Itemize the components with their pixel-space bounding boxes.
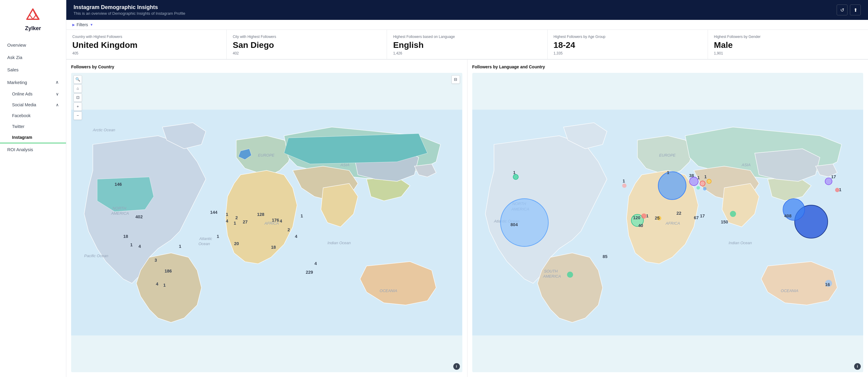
sidebar-item-ask-zia[interactable]: Ask Zia	[0, 51, 66, 64]
svg-point-60	[641, 213, 646, 218]
map-zoom-out-button[interactable]: −	[73, 111, 82, 120]
kpi-value-city: San Diego	[233, 41, 381, 50]
map-container-country[interactable]: 🔍 ⌂ ⊡ + − ⊟ i	[71, 73, 462, 372]
kpi-label-gender: Highest Followers by Gender	[714, 35, 862, 39]
page-title: Instagram Demographic Insights	[73, 4, 185, 10]
svg-text:146: 146	[115, 181, 122, 186]
svg-text:1: 1	[179, 244, 181, 249]
svg-text:1: 1	[622, 178, 625, 183]
map-info-button-2[interactable]: i	[854, 363, 861, 370]
svg-text:144: 144	[210, 210, 217, 215]
sidebar-nav: Overview Ask Zia Sales Marketing ∧ Onlin…	[0, 39, 66, 156]
map-info-button[interactable]: i	[453, 363, 460, 370]
sidebar-item-overview[interactable]: Overview	[0, 39, 66, 51]
svg-text:18: 18	[271, 244, 276, 249]
svg-point-57	[696, 186, 700, 190]
header-text: Instagram Demographic Insights This is a…	[73, 4, 185, 16]
svg-text:1: 1	[704, 174, 707, 179]
svg-text:1: 1	[301, 213, 303, 218]
svg-text:AMERICA: AMERICA	[111, 211, 129, 216]
svg-text:150: 150	[721, 219, 728, 224]
kpi-sub-country: 405	[72, 51, 220, 56]
svg-text:804: 804	[510, 222, 518, 227]
svg-text:4: 4	[156, 281, 158, 286]
sidebar-item-twitter[interactable]: Twitter	[0, 121, 66, 132]
map-search-button[interactable]: 🔍	[73, 75, 82, 84]
kpi-label-age: Highest Followers by Age Group	[554, 35, 702, 39]
chart-panel-country: Followers by Country 🔍 ⌂ ⊡ + − ⊟ i	[66, 60, 467, 377]
map-legend-button[interactable]: ⊟	[452, 75, 460, 84]
map-zoom-fit-button[interactable]: ⊡	[73, 93, 82, 102]
svg-text:22: 22	[676, 211, 681, 216]
svg-text:1: 1	[226, 212, 228, 217]
svg-text:128: 128	[257, 212, 264, 217]
kpi-value-language: English	[393, 41, 541, 50]
sidebar-item-instagram[interactable]: Instagram	[0, 132, 66, 143]
kpi-card-country: Country with Highest Followers United Ki…	[66, 30, 227, 59]
svg-text:SOUTH: SOUTH	[544, 269, 558, 273]
svg-text:2: 2	[236, 215, 238, 220]
filter-arrow-left: ▶	[72, 23, 75, 27]
export-button[interactable]: ⬆	[850, 4, 861, 15]
svg-text:Arctic Ocean: Arctic Ocean	[93, 128, 115, 132]
svg-point-62	[730, 211, 736, 217]
svg-text:1: 1	[667, 170, 669, 175]
svg-text:4: 4	[295, 234, 297, 238]
map-home-button[interactable]: ⌂	[73, 84, 82, 93]
svg-text:4: 4	[138, 244, 141, 249]
kpi-value-age: 18-24	[554, 41, 702, 50]
map-zoom-in-button[interactable]: +	[73, 102, 82, 111]
svg-point-58	[703, 187, 707, 191]
svg-point-52	[513, 174, 518, 179]
svg-point-51	[500, 199, 548, 247]
language-map-svg: NORTH AMERICA Atlantic Ocean AFRICA ASIA…	[472, 73, 864, 372]
page-header: Instagram Demographic Insights This is a…	[66, 0, 868, 20]
svg-text:1: 1	[234, 221, 236, 226]
sidebar-item-facebook[interactable]: Facebook	[0, 110, 66, 121]
kpi-sub-city: 402	[233, 51, 381, 56]
svg-text:38: 38	[689, 173, 694, 178]
svg-text:Indian Ocean: Indian Ocean	[328, 241, 351, 245]
svg-point-53	[658, 172, 686, 199]
svg-text:408: 408	[784, 213, 792, 218]
brand-name: Zylker	[25, 25, 41, 32]
kpi-card-gender: Highest Followers by Gender Male 1,901	[708, 30, 868, 59]
filter-toggle[interactable]: ▶ Filters ▼	[72, 22, 93, 27]
svg-text:4: 4	[314, 261, 317, 266]
sidebar-item-social-media[interactable]: Social Media ∧	[0, 99, 66, 110]
logo-icon	[25, 7, 41, 23]
kpi-label-language: Highest Followers based on Language	[393, 35, 541, 39]
filter-label: Filters	[76, 22, 88, 27]
svg-text:25: 25	[655, 216, 659, 220]
sidebar-item-online-ads[interactable]: Online Ads ∨	[0, 89, 66, 99]
svg-text:17: 17	[831, 174, 836, 179]
svg-text:EUROPE: EUROPE	[659, 153, 675, 158]
page-subtitle: This is an overview of Demographic Insig…	[73, 11, 185, 16]
svg-point-54	[689, 177, 698, 186]
svg-text:EUROPE: EUROPE	[258, 153, 275, 158]
svg-text:Pacific Ocean: Pacific Ocean	[84, 253, 108, 258]
svg-text:40: 40	[638, 223, 643, 228]
svg-text:1: 1	[217, 234, 219, 238]
kpi-sub-age: 1,335	[554, 51, 702, 56]
svg-text:OCEANIA: OCEANIA	[781, 288, 798, 293]
svg-text:Indian Ocean: Indian Ocean	[728, 241, 752, 245]
svg-text:176: 176	[272, 218, 279, 222]
svg-text:NORTH: NORTH	[113, 206, 127, 210]
svg-text:1: 1	[513, 170, 516, 175]
svg-text:3: 3	[155, 258, 157, 263]
svg-text:67: 67	[694, 215, 699, 220]
svg-text:2: 2	[287, 227, 290, 232]
svg-text:229: 229	[306, 270, 313, 275]
sidebar-item-marketing[interactable]: Marketing ∧	[0, 76, 66, 89]
world-map-svg: Arctic Ocean NORTH AMERICA Pacific Ocean…	[71, 73, 462, 372]
header-actions: ↺ ⬆	[837, 4, 861, 15]
sidebar-item-roi[interactable]: ROI Analysis	[0, 143, 66, 156]
chart-title-language: Followers by Language and Country	[472, 64, 864, 69]
svg-text:4: 4	[226, 218, 228, 224]
chart-title-country: Followers by Country	[71, 64, 462, 69]
refresh-button[interactable]: ↺	[837, 4, 847, 15]
charts-area: Followers by Country 🔍 ⌂ ⊡ + − ⊟ i	[66, 60, 868, 377]
map-container-language[interactable]: i	[472, 73, 864, 372]
sidebar-item-sales[interactable]: Sales	[0, 64, 66, 76]
